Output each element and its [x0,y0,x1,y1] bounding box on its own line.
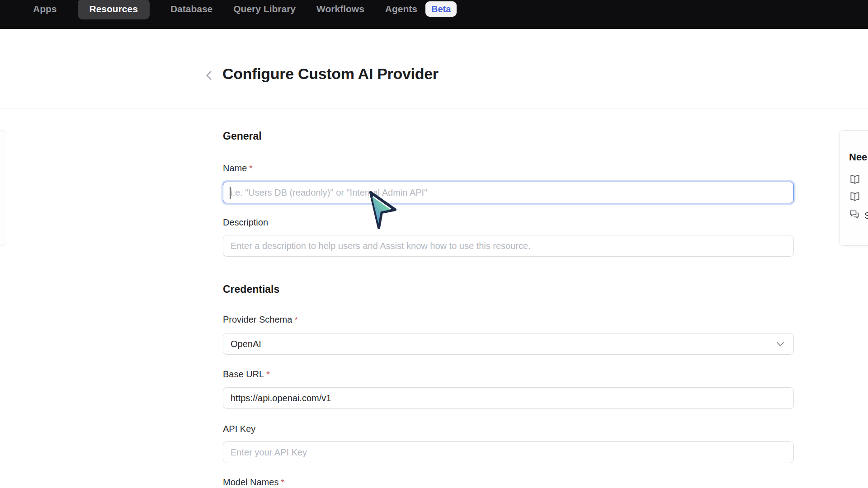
base-url-label-text: Base URL [223,369,264,379]
description-input[interactable] [223,235,794,257]
base-url-field-label: Base URL* [223,369,794,380]
back-button[interactable] [203,69,216,83]
nav-tab-apps[interactable]: Apps [33,4,57,14]
text-caret [230,187,231,199]
help-link-label: S [864,211,868,221]
section-heading-general: General [223,130,794,142]
name-field-label: Name* [223,163,794,174]
description-field-label: Description [223,217,794,228]
help-link-docs-2[interactable] [849,191,861,205]
required-asterisk: * [281,478,284,487]
name-input[interactable] [223,182,794,203]
nav-tab-database[interactable]: Database [170,4,212,14]
top-nav-items: Apps Resources Database Query Library Wo… [33,0,457,18]
chat-bubbles-icon [849,209,860,222]
left-card-edge [0,130,6,246]
provider-schema-label-text: Provider Schema [223,314,292,324]
required-asterisk: * [249,164,252,173]
nav-tab-resources[interactable]: Resources [78,0,150,19]
model-names-field-label: Model Names* [223,477,794,488]
provider-schema-selected-value: OpenAI [231,339,261,349]
help-panel-title: Nee [849,151,867,163]
header-divider [0,108,868,108]
model-names-label-text: Model Names [223,477,278,487]
chevron-left-icon [203,76,215,83]
app-window: Apps Resources Database Query Library Wo… [0,0,868,488]
nav-bottom-divider [0,24,868,24]
book-open-icon [849,191,861,205]
required-asterisk: * [294,315,297,324]
help-link-support[interactable]: S [849,209,868,222]
chevron-down-icon [775,339,785,352]
section-heading-credentials: Credentials [223,283,794,296]
required-asterisk: * [266,370,269,379]
beta-badge: Beta [425,1,457,17]
api-key-input[interactable] [223,441,794,463]
help-link-docs-1[interactable] [849,174,861,188]
base-url-input[interactable] [223,387,794,409]
api-key-field-label: API Key [223,424,794,434]
book-open-icon [849,174,861,188]
page-title: Configure Custom AI Provider [222,65,439,83]
top-nav: Apps Resources Database Query Library Wo… [0,0,868,29]
name-label-text: Name [223,163,247,173]
nav-tab-agents[interactable]: Agents [385,4,417,14]
help-panel: Nee S [839,130,868,246]
provider-schema-select[interactable]: OpenAI [223,333,794,355]
nav-tab-workflows[interactable]: Workflows [316,4,364,14]
nav-tab-query-library[interactable]: Query Library [233,4,296,14]
provider-schema-field-label: Provider Schema* [223,314,794,325]
